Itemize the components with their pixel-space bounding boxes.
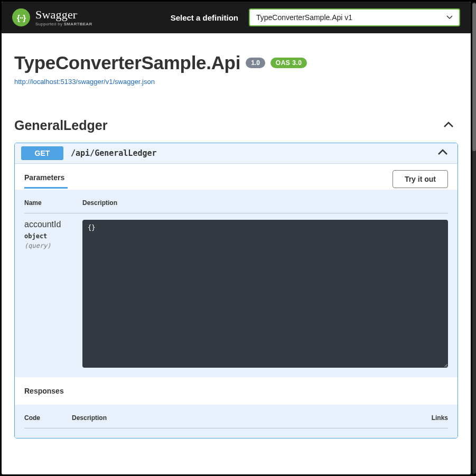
api-title: TypeConverterSample.Api [14,52,240,73]
responses-head-description: Description [72,414,406,428]
chevron-down-icon [446,14,453,21]
param-in: (query) [24,242,82,249]
parameters-head-name: Name [24,199,82,213]
scrollbar-track[interactable] [472,2,476,474]
chevron-up-icon [443,121,454,130]
operation-summary[interactable]: GET /api/GeneralLedger [15,143,458,164]
responses-head-links: Links [406,414,448,428]
topbar: {··} Swagger. Supported by SMARTBEAR Sel… [2,2,471,33]
spec-url-link[interactable]: http://localhost:5133/swagger/v1/swagger… [14,78,155,86]
swagger-logo: {··} Swagger. Supported by SMARTBEAR [12,8,92,26]
swagger-logo-icon: {··} [12,8,30,26]
chevron-up-icon [437,148,451,158]
definition-select-label: Select a definition [171,13,238,22]
param-type: object [24,232,82,240]
api-title-row: TypeConverterSample.Api 1.0 OAS 3.0 [14,52,458,73]
scrollbar-thumb[interactable] [472,3,476,151]
parameters-head-description: Description [82,199,448,213]
tag-title: GeneralLedger [14,118,107,133]
definition-select[interactable]: TypeConverterSample.Api v1 [249,8,460,26]
table-row: accountId object (query) {} [24,213,448,368]
swagger-logo-text: Swagger. [35,9,92,21]
responses-table: Code Description Links [24,414,448,428]
responses-header: Responses [15,377,458,405]
responses-head-code: Code [24,414,72,428]
try-it-out-button[interactable]: Try it out [393,170,448,188]
parameters-table: Name Description accountId object (query… [24,199,448,368]
param-schema-box[interactable]: {} [82,220,448,368]
oas-badge: OAS 3.0 [270,58,307,68]
parameters-tab[interactable]: Parameters [24,169,68,189]
definition-select-value: TypeConverterSample.Api v1 [256,13,352,22]
tag-header[interactable]: GeneralLedger [14,116,458,135]
swagger-logo-subtext: Supported by SMARTBEAR [35,22,92,26]
param-name: accountId [24,220,82,229]
operation-block: GET /api/GeneralLedger Parameters Try it… [14,143,458,438]
version-badge: 1.0 [246,58,265,68]
operation-path: /api/GeneralLedger [71,148,437,158]
http-method-pill: GET [21,146,63,160]
